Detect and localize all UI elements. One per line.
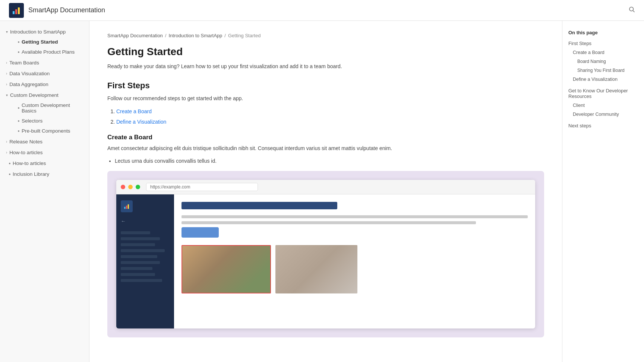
toc-link-board-naming[interactable]: Board Naming <box>568 58 638 65</box>
section-create-board: Create a Board <box>107 134 544 141</box>
content-line <box>181 221 476 224</box>
chevron-right-icon: › <box>6 150 7 155</box>
page-subtitle: Ready to make your data sing? Learn how … <box>107 62 544 70</box>
create-board-bullets: Lectus urna duis convallis convallis tel… <box>107 157 544 165</box>
toc-link-dev-resources[interactable]: Get to Know Our Developer Resources <box>568 87 638 100</box>
sidebar-item-label: Custom Development <box>10 92 59 98</box>
sidebar-item-label: Custom Development Basics <box>22 102 83 114</box>
sidebar-item-how-to-group[interactable]: › How-to articles <box>0 147 89 158</box>
image-2-content <box>275 245 357 293</box>
toc-item: Board Naming <box>568 58 638 65</box>
sidebar-item-label: Data Visualization <box>9 71 50 76</box>
sidebar-item-release-notes[interactable]: › Release Notes <box>0 137 89 147</box>
toc-item: Client <box>568 102 638 109</box>
sidebar-item-getting-started[interactable]: Getting Started <box>12 37 89 47</box>
first-steps-list: Create a Board Define a Visualization <box>107 107 544 126</box>
sidebar-section-how-to-leaf: How-to articles <box>0 158 89 168</box>
sidebar-item-selectors[interactable]: Selectors <box>12 116 89 126</box>
url-bar: https://example.com <box>146 183 258 191</box>
browser-bar: https://example.com <box>116 180 535 194</box>
header-left: SmartApp Documentation <box>9 3 105 18</box>
toc-link-client[interactable]: Client <box>568 102 638 109</box>
breadcrumb-link-2[interactable]: Introduction to SmartApp <box>168 33 222 38</box>
sidebar-row <box>121 243 155 246</box>
breadcrumb-link-1[interactable]: SmartApp Documentation <box>107 33 163 38</box>
sidebar-section-custom-dev: ▾ Custom Development Custom Development … <box>0 90 89 136</box>
dot-icon <box>18 41 19 43</box>
layout: ▾ Introduction to SmartApp Getting Start… <box>0 21 644 362</box>
svg-rect-0 <box>13 11 15 14</box>
right-panel: On this page First Steps Create a Board … <box>562 21 644 362</box>
breadcrumb-sep-1: / <box>165 33 167 38</box>
chevron-down-icon: ▾ <box>6 30 8 34</box>
svg-rect-6 <box>126 206 127 209</box>
toc-link-first-steps[interactable]: First Steps <box>568 40 638 47</box>
sidebar-item-intro[interactable]: ▾ Introduction to SmartApp <box>0 27 89 37</box>
toc-link-create-board[interactable]: Create a Board <box>568 49 638 56</box>
sidebar-item-label: Inclusion Library <box>13 171 49 177</box>
svg-point-3 <box>629 7 634 11</box>
svg-rect-7 <box>128 204 129 209</box>
toc-link-define-viz[interactable]: Define a Visualization <box>568 76 638 83</box>
browser-mockup: https://example.com <box>116 180 535 328</box>
breadcrumb: SmartApp Documentation / Introduction to… <box>107 33 544 38</box>
sidebar-row <box>121 267 152 270</box>
breadcrumb-sep-2: / <box>224 33 226 38</box>
sidebar-item-data-viz[interactable]: › Data Visualization <box>0 69 89 79</box>
image-1-content <box>182 246 270 293</box>
dot-icon <box>18 51 19 53</box>
toc-heading: On this page <box>568 30 638 35</box>
sidebar-section-how-to-group: › How-to articles <box>0 147 89 158</box>
sidebar-section-data-agg: › Data Aggregation <box>0 79 89 89</box>
toc-link-dev-community[interactable]: Developer Community <box>568 111 638 118</box>
chevron-right-icon: › <box>6 82 7 86</box>
app-button <box>181 227 219 238</box>
toc-section: Next steps <box>568 122 638 129</box>
list-item: Lectus urna duis convallis convallis tel… <box>115 157 544 165</box>
sidebar-item-available-plans[interactable]: Available Product Plans <box>12 47 89 57</box>
chevron-down-icon: ▾ <box>6 93 8 97</box>
logo <box>9 3 24 18</box>
dot-icon <box>9 174 10 175</box>
chevron-right-icon: › <box>6 72 7 76</box>
sidebar-item-label: Data Aggregation <box>9 82 48 87</box>
sidebar-item-label: Selectors <box>22 118 42 124</box>
sidebar-item-label: Team Boards <box>9 60 39 66</box>
svg-line-4 <box>633 11 635 12</box>
dot-icon <box>18 130 19 132</box>
sidebar-item-custom-dev-basics[interactable]: Custom Development Basics <box>12 100 89 116</box>
dot-icon <box>18 107 19 109</box>
sidebar-item-custom-dev[interactable]: ▾ Custom Development <box>0 90 89 100</box>
chevron-right-icon: › <box>6 61 7 65</box>
svg-rect-1 <box>15 9 17 14</box>
create-board-link[interactable]: Create a Board <box>116 108 152 114</box>
app-main <box>174 194 535 328</box>
sidebar-row <box>121 261 160 264</box>
dot-icon <box>9 163 10 164</box>
logo-icon <box>12 6 21 15</box>
toc-item: Create a Board <box>568 49 638 56</box>
screenshot-container: https://example.com <box>107 171 544 337</box>
section-first-steps: First Steps <box>107 81 544 90</box>
sidebar-item-inclusion[interactable]: Inclusion Library <box>0 169 89 179</box>
sidebar-row <box>121 279 162 282</box>
sidebar-item-prebuilt[interactable]: Pre-built Components <box>12 126 89 136</box>
sidebar-row <box>121 231 150 234</box>
search-button[interactable] <box>628 6 635 15</box>
sidebar-item-data-agg[interactable]: › Data Aggregation <box>0 79 89 89</box>
toc-link-next-steps[interactable]: Next steps <box>568 122 638 129</box>
main-content: SmartApp Documentation / Introduction to… <box>89 21 562 362</box>
app-title-bar <box>181 202 337 209</box>
traffic-light-green <box>136 185 140 189</box>
sidebar-item-team-boards[interactable]: › Team Boards <box>0 58 89 68</box>
app-logo-icon <box>124 203 130 209</box>
define-viz-link[interactable]: Define a Visualization <box>116 119 166 125</box>
svg-rect-5 <box>124 207 125 209</box>
sidebar-item-how-to-leaf[interactable]: How-to articles <box>0 158 89 168</box>
sidebar-item-label: How-to articles <box>9 150 42 155</box>
sidebar-section-data-viz: › Data Visualization <box>0 69 89 79</box>
toc-item: Get to Know Our Developer Resources <box>568 87 638 100</box>
toc-link-sharing[interactable]: Sharing You First Board <box>568 67 638 74</box>
sidebar-item-label: Release Notes <box>9 139 42 145</box>
toc-item: Define a Visualization <box>568 76 638 83</box>
